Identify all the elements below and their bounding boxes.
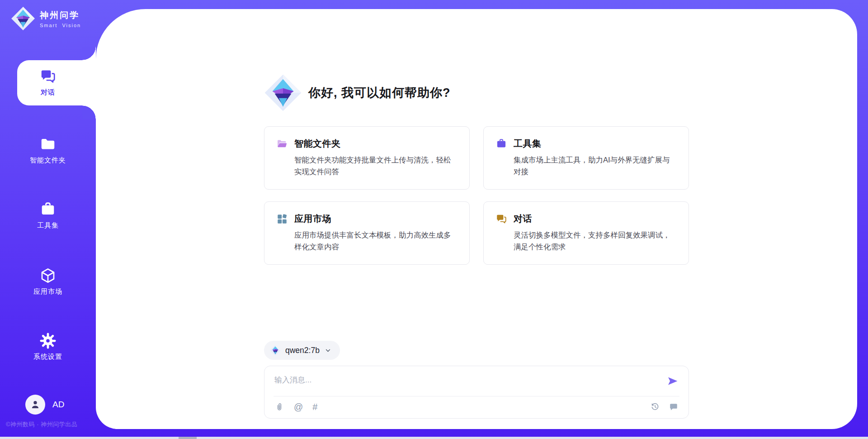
sidebar-item-label: 智能文件夹 (30, 156, 66, 165)
at-icon[interactable]: @ (294, 402, 303, 412)
chat-filled-icon[interactable] (669, 402, 679, 412)
chat-bubbles-icon (495, 213, 507, 225)
user-profile[interactable]: AD (25, 395, 64, 415)
sidebar-item-settings[interactable]: 系统设置 (0, 332, 96, 361)
feature-cards: 智能文件夹 智能文件夹功能支持批量文件上传与清洗，轻松实现文件问答 工具集 集成… (264, 126, 689, 265)
horizontal-scrollbar-thumb[interactable] (179, 437, 197, 439)
diamond-logo-icon (270, 345, 281, 356)
card-title: 工具集 (514, 138, 542, 150)
card-title: 智能文件夹 (294, 138, 341, 150)
app-window: 神州问学 Smart Vision 对话 智能文件夹 工具集 应用市场 系统设置… (0, 0, 868, 439)
sidebar-item-chat[interactable]: 对话 (0, 68, 96, 97)
card-app-market[interactable]: 应用市场 应用市场提供丰富长文本模板，助力高效生成多样化文章内容 (264, 201, 470, 265)
user-name: AD (52, 400, 64, 410)
card-description: 应用市场提供丰富长文本模板，助力高效生成多样化文章内容 (294, 229, 458, 253)
chat-bubbles-icon (39, 68, 57, 85)
message-composer: @ # (264, 366, 689, 419)
tab-fillet-top (82, 47, 96, 60)
model-selector[interactable]: qwen2:7b (264, 341, 340, 360)
window-bottom-strip (0, 437, 868, 439)
sidebar-item-app-market[interactable]: 应用市场 (0, 267, 96, 296)
card-description: 灵活切换多模型文件，支持多样回复效果调试，满足个性化需求 (514, 229, 677, 253)
sidebar-item-smart-folder[interactable]: 智能文件夹 (0, 136, 96, 165)
gear-icon (39, 332, 57, 349)
brand-subtitle: Smart Vision (40, 23, 81, 28)
sidebar-item-label: 工具集 (37, 221, 59, 230)
card-description: 集成市场上主流工具，助力AI与外界无缝扩展与对接 (514, 154, 677, 177)
cube-icon (39, 267, 57, 284)
folder-icon (39, 136, 57, 153)
greeting: 你好, 我可以如何帮助你? (264, 74, 689, 112)
grid-icon (276, 213, 288, 225)
card-smart-folder[interactable]: 智能文件夹 智能文件夹功能支持批量文件上传与清洗，轻松实现文件问答 (264, 126, 470, 190)
sidebar-item-label: 应用市场 (33, 287, 62, 296)
tab-fillet-bottom (82, 105, 96, 119)
paperclip-icon[interactable] (274, 402, 284, 412)
folder-open-icon (276, 138, 288, 150)
card-title: 应用市场 (294, 213, 331, 225)
card-chat[interactable]: 对话 灵活切换多模型文件，支持多样回复效果调试，满足个性化需求 (483, 201, 689, 265)
greeting-title: 你好, 我可以如何帮助你? (308, 85, 451, 101)
message-input[interactable] (274, 373, 667, 391)
toolbox-icon (495, 138, 507, 150)
hash-icon[interactable]: # (312, 402, 317, 412)
model-name: qwen2:7b (285, 346, 320, 355)
card-description: 智能文件夹功能支持批量文件上传与清洗，轻松实现文件问答 (294, 154, 458, 177)
diamond-logo-icon (264, 74, 302, 112)
toolbox-icon (39, 201, 57, 218)
send-icon[interactable] (667, 375, 679, 387)
diamond-logo-icon (11, 6, 35, 31)
sidebar-footer-credit: ©神州数码 · 神州问学出品 (6, 420, 77, 429)
sidebar-item-toolset[interactable]: 工具集 (0, 201, 96, 230)
brand-logo[interactable]: 神州问学 Smart Vision (11, 6, 81, 31)
person-icon (29, 399, 41, 410)
card-toolset[interactable]: 工具集 集成市场上主流工具，助力AI与外界无缝扩展与对接 (483, 126, 689, 190)
sidebar-item-label: 对话 (41, 88, 55, 97)
history-icon[interactable] (650, 402, 660, 412)
sidebar-item-label: 系统设置 (33, 353, 62, 361)
chevron-down-icon (324, 347, 332, 354)
avatar (25, 395, 45, 415)
brand-name: 神州问学 (40, 10, 81, 21)
card-title: 对话 (514, 213, 532, 225)
